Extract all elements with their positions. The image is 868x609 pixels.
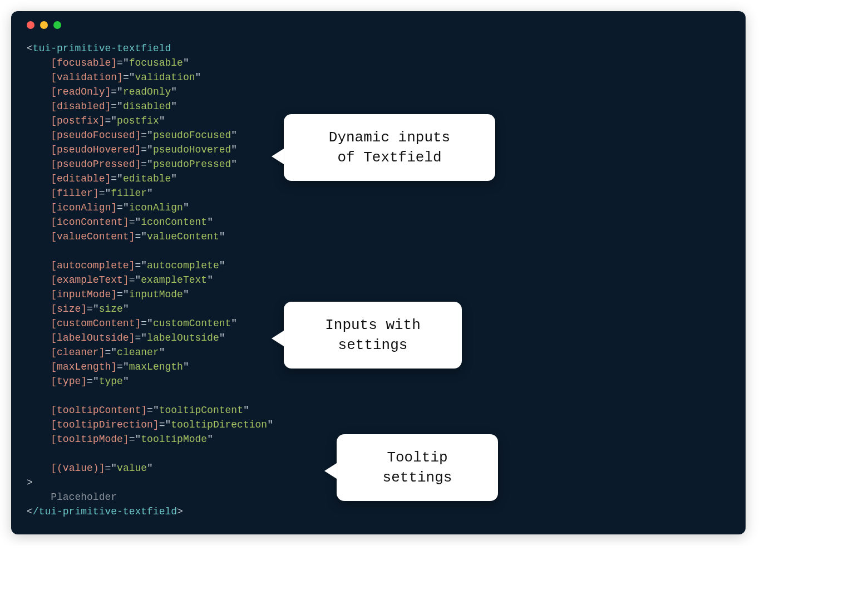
code-block: <tui-primitive-textfield [focusable]="fo… (27, 41, 730, 519)
minimize-icon[interactable] (40, 21, 48, 29)
zoom-icon[interactable] (53, 21, 61, 29)
code-window: <tui-primitive-textfield [focusable]="fo… (11, 11, 746, 534)
window-controls (27, 21, 730, 29)
close-icon[interactable] (27, 21, 34, 29)
